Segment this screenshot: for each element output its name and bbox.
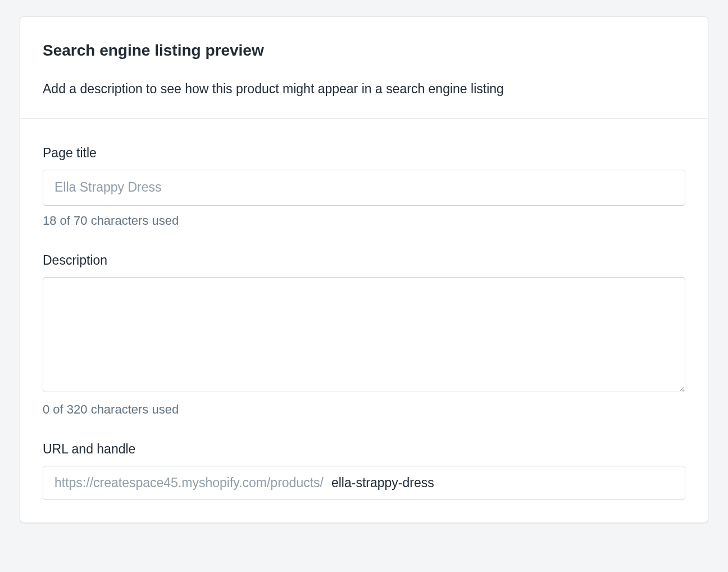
- url-input-wrapper[interactable]: https://createspace45.myshopify.com/prod…: [43, 466, 685, 500]
- page-title-helper: 18 of 70 characters used: [43, 214, 685, 228]
- card-header: Search engine listing preview Add a desc…: [20, 17, 708, 118]
- description-input[interactable]: [43, 277, 685, 392]
- description-group: Description 0 of 320 characters used: [43, 253, 685, 417]
- page-title-input[interactable]: [43, 170, 685, 206]
- page-title-group: Page title 18 of 70 characters used: [43, 146, 685, 228]
- description-label: Description: [43, 253, 685, 268]
- url-handle-label: URL and handle: [43, 442, 685, 457]
- card-body: Page title 18 of 70 characters used Desc…: [20, 119, 708, 523]
- description-helper: 0 of 320 characters used: [43, 402, 685, 417]
- seo-card: Search engine listing preview Add a desc…: [20, 17, 708, 523]
- page-title-label: Page title: [43, 146, 685, 161]
- url-handle-input[interactable]: [331, 475, 674, 491]
- card-subtitle: Add a description to see how this produc…: [43, 80, 685, 98]
- card-title: Search engine listing preview: [43, 42, 685, 60]
- url-handle-group: URL and handle https://createspace45.mys…: [43, 442, 685, 500]
- url-prefix: https://createspace45.myshopify.com/prod…: [54, 475, 331, 491]
